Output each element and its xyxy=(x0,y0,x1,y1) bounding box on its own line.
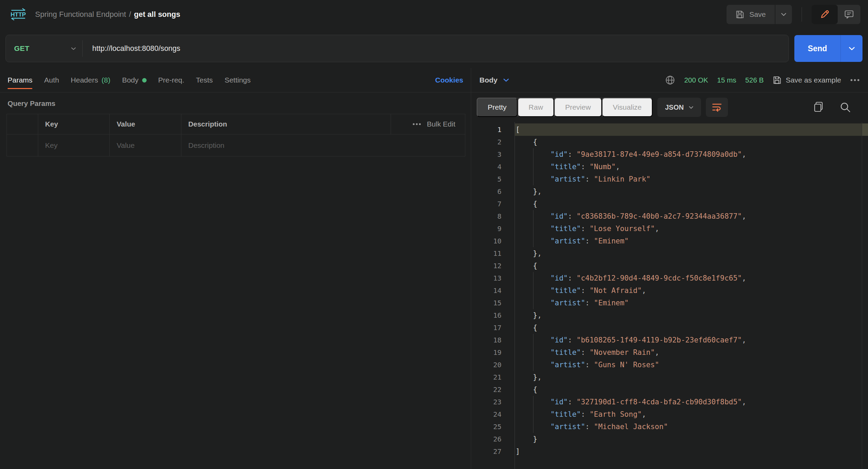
send-button[interactable]: Send xyxy=(794,35,840,62)
line-number: 15 xyxy=(471,297,515,309)
send-options-dropdown[interactable] xyxy=(840,35,862,62)
description-column-header: Description xyxy=(181,114,391,134)
code-line: 14 "title": "Not Afraid", xyxy=(471,284,868,297)
response-body-dropdown[interactable]: Body xyxy=(479,76,509,84)
code-line: 11 }, xyxy=(471,247,868,260)
tab-params[interactable]: Params xyxy=(8,68,32,92)
code-line: 19 "title": "November Rain", xyxy=(471,346,868,359)
search-icon xyxy=(840,102,851,113)
response-time[interactable]: 15 ms xyxy=(717,76,737,84)
query-params-table: Key Value Description Bulk Edit xyxy=(7,114,465,156)
tab-pre-req[interactable]: Pre-req. xyxy=(158,68,184,92)
tab-label: Body xyxy=(122,76,139,84)
value-column-header: Value xyxy=(109,114,181,134)
wrap-lines-button[interactable] xyxy=(706,98,728,117)
line-number: 2 xyxy=(471,136,515,148)
view-tab-pretty[interactable]: Pretty xyxy=(477,98,518,117)
line-number: 22 xyxy=(471,383,515,396)
code-line: 3 "id": "9ae38171-87e4-49e9-a854-d737480… xyxy=(471,148,868,161)
key-column-header: Key xyxy=(38,114,109,134)
comments-button[interactable] xyxy=(838,5,860,24)
code-line: 25 "artist": "Michael Jackson" xyxy=(471,421,868,433)
network-globe-icon[interactable] xyxy=(665,75,675,85)
line-number: 20 xyxy=(471,359,515,371)
cookies-link[interactable]: Cookies xyxy=(435,76,463,84)
code-line: 9 "title": "Lose Yourself", xyxy=(471,222,868,235)
line-number: 9 xyxy=(471,222,515,235)
code-line: 18 "id": "b6108265-1f49-4119-b92b-23efd6… xyxy=(471,334,868,346)
tab-headers[interactable]: Headers(8) xyxy=(71,68,110,92)
method-label: GET xyxy=(14,44,30,53)
save-as-example-button[interactable]: Save as example xyxy=(773,76,841,85)
method-selector[interactable]: GET xyxy=(6,35,82,62)
copy-response-button[interactable] xyxy=(813,101,824,113)
tab-auth[interactable]: Auth xyxy=(44,68,59,92)
response-size[interactable]: 526 B xyxy=(745,76,764,84)
more-options-icon[interactable] xyxy=(412,123,421,126)
tab-body[interactable]: Body xyxy=(122,68,147,92)
breadcrumb-request-name[interactable]: get all songs xyxy=(134,10,180,19)
param-key-input[interactable] xyxy=(45,141,109,150)
chevron-down-icon xyxy=(503,78,509,82)
tab-count-badge: (8) xyxy=(102,76,110,84)
bulk-edit-button[interactable]: Bulk Edit xyxy=(427,120,455,128)
view-tab-raw[interactable]: Raw xyxy=(518,98,554,117)
copy-icon xyxy=(813,101,824,113)
line-number: 19 xyxy=(471,346,515,359)
scrollbar-selection-mark[interactable] xyxy=(862,123,868,136)
tab-settings[interactable]: Settings xyxy=(224,68,251,92)
param-description-input[interactable] xyxy=(188,141,465,150)
code-line: 24 "title": "Earth Song", xyxy=(471,408,868,421)
param-value-input[interactable] xyxy=(117,141,181,150)
code-line: 17 { xyxy=(471,321,868,334)
comment-icon xyxy=(844,9,854,20)
query-params-title: Query Params xyxy=(8,99,471,108)
save-icon xyxy=(735,10,744,19)
edit-request-button[interactable] xyxy=(812,5,838,24)
code-lines: 1[2 {3 "id": "9ae38171-87e4-49e9-a854-d7… xyxy=(471,123,868,458)
code-line: 7 { xyxy=(471,198,868,210)
save-options-dropdown[interactable] xyxy=(775,5,792,24)
save-icon xyxy=(773,76,782,85)
url-box: GET xyxy=(6,35,789,62)
param-value-cell xyxy=(109,134,181,156)
line-number: 6 xyxy=(471,185,515,198)
save-button[interactable]: Save xyxy=(727,5,775,24)
code-line: 4 "title": "Numb", xyxy=(471,161,868,173)
tab-label: Settings xyxy=(224,76,251,84)
response-more-options-icon[interactable] xyxy=(850,79,860,81)
line-number: 3 xyxy=(471,148,515,161)
code-line: 15 "artist": "Eminem" xyxy=(471,297,868,309)
line-number: 12 xyxy=(471,260,515,272)
tab-label: Pre-req. xyxy=(158,76,184,84)
line-number: 26 xyxy=(471,433,515,445)
code-line: 12 { xyxy=(471,260,868,272)
status-code[interactable]: 200 OK xyxy=(684,76,708,84)
content-dot-indicator xyxy=(142,78,147,83)
line-number: 13 xyxy=(471,272,515,284)
code-line: 8 "id": "c836836b-789c-40b0-a2c7-92344aa… xyxy=(471,210,868,222)
line-number: 10 xyxy=(471,235,515,247)
url-input[interactable] xyxy=(83,35,788,62)
topbar-divider xyxy=(802,7,802,22)
search-response-button[interactable] xyxy=(840,102,851,113)
code-line: 2 { xyxy=(471,136,868,148)
tab-tests[interactable]: Tests xyxy=(196,68,213,92)
response-view-tabs: PrettyRawPreviewVisualize xyxy=(477,98,653,117)
request-tabs: ParamsAuthHeaders(8)BodyPre-req.TestsSet… xyxy=(8,68,251,92)
format-selector[interactable]: JSON xyxy=(657,98,701,117)
tab-label: Auth xyxy=(44,76,59,84)
view-tab-visualize[interactable]: Visualize xyxy=(602,98,653,117)
breadcrumb-collection[interactable]: Spring Functional Endpoint xyxy=(35,10,126,19)
param-key-cell xyxy=(38,134,109,156)
wrap-lines-icon xyxy=(712,102,722,112)
line-number: 5 xyxy=(471,173,515,185)
line-number: 16 xyxy=(471,309,515,321)
response-body-editor[interactable]: 1[2 {3 "id": "9ae38171-87e4-49e9-a854-d7… xyxy=(471,122,868,469)
code-line: 23 "id": "327190d1-cff8-4cda-bfa2-cb90d3… xyxy=(471,396,868,408)
code-line: 6 }, xyxy=(471,185,868,198)
chevron-down-icon xyxy=(71,47,76,50)
code-line: 22 { xyxy=(471,383,868,396)
view-tab-preview[interactable]: Preview xyxy=(554,98,602,117)
line-number: 1 xyxy=(471,123,515,136)
